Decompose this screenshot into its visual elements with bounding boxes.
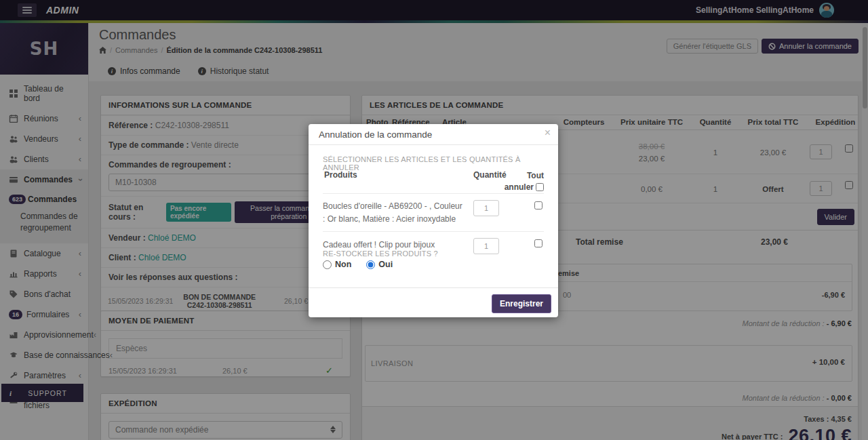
restock-oui-radio[interactable] [366, 260, 375, 269]
product-name: Boucles d'oreille - AB69200 - , Couleur … [323, 200, 467, 225]
cancel-all-checkbox[interactable] [536, 183, 544, 191]
app: ADMIN SellingAtHome SellingAtHome SH Tab… [0, 0, 868, 440]
modal-footer: Enregistrer [309, 287, 558, 317]
save-button[interactable]: Enregistrer [492, 294, 551, 313]
radio-label: Non [335, 260, 351, 269]
restock-non-radio[interactable] [323, 260, 332, 269]
cancel-row-checkbox[interactable] [534, 239, 542, 247]
cancel-quantity-input[interactable] [473, 200, 499, 216]
col-tout-annuler: Tout annuler [502, 170, 544, 194]
cancel-quantity-input[interactable] [473, 238, 499, 254]
modal-product-row: Boucles d'oreille - AB69200 - , Couleur … [323, 193, 544, 231]
modal-table-header: Produits Quantité Tout annuler [323, 169, 544, 193]
close-icon[interactable]: × [545, 127, 551, 138]
modal-title: Annulation de la commande [319, 129, 432, 140]
restock-radios: Non Oui [323, 260, 393, 269]
col-tout-line1: Tout [527, 171, 544, 180]
radio-label: Oui [378, 260, 393, 269]
col-tout-line2: annuler [505, 182, 534, 192]
restock-oui-option[interactable]: Oui [366, 260, 393, 269]
modal-header: Annulation de la commande × [309, 124, 558, 145]
cancel-order-modal: Annulation de la commande × SÉLECTIONNER… [309, 124, 558, 317]
restock-non-option[interactable]: Non [323, 260, 351, 269]
modal-products-table: Produits Quantité Tout annuler Boucles d… [323, 169, 544, 258]
restock-label: RE-STOCKER LES PRODUITS ? [323, 249, 438, 258]
col-produits: Produits [324, 170, 357, 180]
cancel-row-checkbox[interactable] [534, 201, 542, 209]
